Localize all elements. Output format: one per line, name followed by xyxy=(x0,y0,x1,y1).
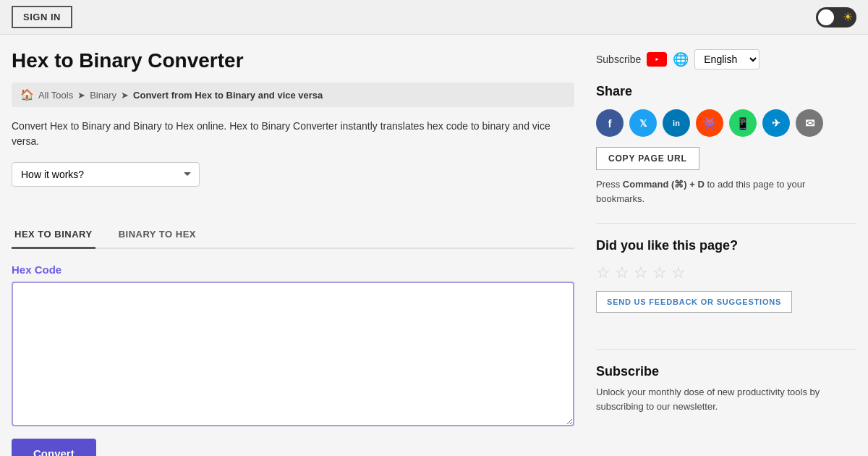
share-icons-row: f 𝕏 in 👾 📱 ✈ ✉ xyxy=(596,109,856,137)
translate-icon[interactable]: 🌐 xyxy=(673,51,689,67)
toggle-circle xyxy=(818,9,834,25)
rating-title: Did you like this page? xyxy=(596,238,856,253)
copy-url-button[interactable]: COPY PAGE URL xyxy=(596,147,699,170)
how-it-works-container: How it works? xyxy=(12,162,574,204)
language-select[interactable]: English Spanish French German Chinese xyxy=(694,49,760,69)
breadcrumb-binary[interactable]: Binary xyxy=(90,90,116,101)
convert-button[interactable]: Convert xyxy=(12,439,96,456)
tab-binary-to-hex[interactable]: BINARY TO HEX xyxy=(116,221,199,249)
header: SIGN IN ☀ xyxy=(0,0,868,35)
share-reddit-button[interactable]: 👾 xyxy=(696,109,723,137)
bookmark-hint: Press Command (⌘) + D to add this page t… xyxy=(596,177,856,206)
share-linkedin-button[interactable]: in xyxy=(663,109,690,137)
breadcrumb: 🏠 All Tools ➤ Binary ➤ Convert from Hex … xyxy=(12,83,574,107)
sun-icon: ☀ xyxy=(843,10,853,24)
hex-code-input[interactable] xyxy=(12,282,574,426)
divider-1 xyxy=(596,223,856,224)
subscribe-section: Subscribe Unlock your monthly dose of ne… xyxy=(596,364,856,413)
star-5[interactable]: ☆ xyxy=(671,263,686,282)
divider-2 xyxy=(596,349,856,350)
star-4[interactable]: ☆ xyxy=(652,263,667,282)
how-it-works-select[interactable]: How it works? xyxy=(12,162,200,187)
star-1[interactable]: ☆ xyxy=(596,263,610,282)
subscribe-description: Unlock your monthly dose of new producti… xyxy=(596,385,856,413)
share-title: Share xyxy=(596,84,856,99)
share-email-button[interactable]: ✉ xyxy=(796,109,823,137)
star-rating: ☆ ☆ ☆ ☆ ☆ xyxy=(596,263,856,282)
main-layout: Hex to Binary Converter 🏠 All Tools ➤ Bi… xyxy=(0,35,868,456)
theme-toggle[interactable]: ☀ xyxy=(816,7,856,28)
sign-in-button[interactable]: SIGN IN xyxy=(12,6,72,28)
subscribe-section-title: Subscribe xyxy=(596,364,856,379)
share-telegram-button[interactable]: ✈ xyxy=(762,109,790,137)
share-whatsapp-button[interactable]: 📱 xyxy=(729,109,757,137)
tabs-container: HEX TO BINARY BINARY TO HEX xyxy=(12,221,574,249)
breadcrumb-arrow-1: ➤ xyxy=(77,90,85,101)
breadcrumb-current: Convert from Hex to Binary and vice vers… xyxy=(133,90,323,101)
breadcrumb-all-tools[interactable]: All Tools xyxy=(38,90,73,101)
subscribe-label: Subscribe xyxy=(596,54,641,65)
youtube-icon[interactable] xyxy=(647,52,667,67)
right-sidebar: Subscribe 🌐 English Spanish French Germa… xyxy=(596,49,856,456)
breadcrumb-arrow-2: ➤ xyxy=(121,90,129,101)
star-3[interactable]: ☆ xyxy=(634,263,648,282)
breadcrumb-home-icon: 🏠 xyxy=(20,88,34,101)
share-facebook-button[interactable]: f xyxy=(596,109,624,137)
page-description: Convert Hex to Binary and Binary to Hex … xyxy=(12,119,574,149)
tab-hex-to-binary[interactable]: HEX TO BINARY xyxy=(12,221,95,249)
rating-section: Did you like this page? ☆ ☆ ☆ ☆ ☆ SEND U… xyxy=(596,238,856,334)
share-twitter-button[interactable]: 𝕏 xyxy=(629,109,657,137)
feedback-button[interactable]: SEND US FEEDBACK OR SUGGESTIONS xyxy=(596,291,792,313)
subscribe-row: Subscribe 🌐 English Spanish French Germa… xyxy=(596,49,856,69)
hex-code-label: Hex Code xyxy=(12,263,574,276)
star-2[interactable]: ☆ xyxy=(615,263,629,282)
left-content: Hex to Binary Converter 🏠 All Tools ➤ Bi… xyxy=(12,49,574,456)
share-section: Share f 𝕏 in 👾 📱 ✈ xyxy=(596,84,856,206)
page-title: Hex to Binary Converter xyxy=(12,49,574,72)
